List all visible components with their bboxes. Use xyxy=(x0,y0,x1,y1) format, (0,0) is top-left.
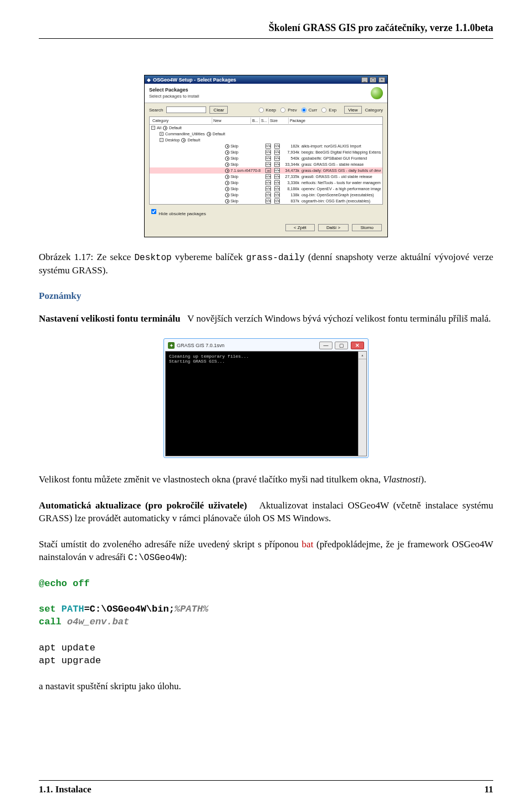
cycle-icon[interactable] xyxy=(225,150,229,155)
code-block: @echo off set PATH=C:\OSGeo4W\bin;%PATH%… xyxy=(39,578,493,629)
src-checkbox[interactable]: n/a xyxy=(274,150,280,155)
cycle-icon[interactable] xyxy=(225,199,229,203)
radio-keep[interactable]: Keep xyxy=(258,106,277,114)
src-checkbox[interactable]: n/a xyxy=(274,168,280,173)
package-row[interactable]: Skipn/an/a3,336knettools: NetTools - too… xyxy=(150,180,382,186)
tree-toggle-icon[interactable]: − xyxy=(160,138,163,142)
cycle-icon[interactable] xyxy=(225,181,229,185)
footer-section: 1.1. Instalace xyxy=(39,784,91,795)
radio-prev[interactable]: Prev xyxy=(279,106,296,114)
minimize-icon[interactable]: _ xyxy=(361,77,368,83)
col-s[interactable]: S... xyxy=(260,118,269,124)
bat-link[interactable]: bat xyxy=(302,539,314,549)
col-category[interactable]: Category xyxy=(151,118,212,124)
src-checkbox[interactable]: n/a xyxy=(274,174,280,179)
package-row[interactable]: 7.1.svn-r64770-8⊠n/a34,473kgrass-daily: … xyxy=(150,167,382,174)
search-label: Search xyxy=(149,108,163,113)
cat-desktop[interactable]: − Desktop Default xyxy=(150,137,382,143)
notes-heading: Poznámky xyxy=(39,291,493,302)
para-auto-update: Automatická aktualizace (pro pokročilé u… xyxy=(39,500,493,525)
package-row[interactable]: Skipn/an/a182kalkis-import: norGIS ALKIS… xyxy=(150,143,382,149)
package-row[interactable]: Skipn/an/a33,344kgrass: GRASS GIS - stab… xyxy=(150,161,382,167)
tree-toggle-icon[interactable]: + xyxy=(160,132,163,136)
bin-checkbox[interactable]: n/a xyxy=(265,186,271,191)
terminal-line: Cleaning up temporary files... xyxy=(169,354,363,359)
src-checkbox[interactable]: n/a xyxy=(274,162,280,167)
src-checkbox[interactable]: n/a xyxy=(274,192,280,197)
cancel-button[interactable]: Storno xyxy=(352,224,382,231)
scrollbar[interactable]: ▴ xyxy=(358,352,366,456)
col-new[interactable]: New xyxy=(212,118,251,124)
back-button[interactable]: < Zpět xyxy=(285,224,315,231)
bin-checkbox[interactable]: ⊠ xyxy=(265,168,271,173)
col-b[interactable]: B... xyxy=(251,118,260,124)
package-row[interactable]: Skipn/an/a540kgpsbabelfe: GPSBabel GUI F… xyxy=(150,155,382,161)
package-row[interactable]: Skipn/an/a138kosg-bin: OpenSceneGraph (e… xyxy=(150,192,382,198)
footer-page: 11 xyxy=(484,784,493,795)
next-button[interactable]: Další > xyxy=(318,224,349,231)
maximize-icon[interactable]: ▢ xyxy=(370,77,376,83)
para-schedule: a nastavit spuštění skriptu jako úlohu. xyxy=(39,680,493,693)
grass-icon: ✦ xyxy=(168,342,175,349)
col-package[interactable]: Package xyxy=(289,118,381,124)
terminal-title: GRASS GIS 7.0.1svn xyxy=(177,343,318,348)
maximize-icon[interactable]: ▢ xyxy=(335,342,348,349)
installer-icon: ◆ xyxy=(147,77,151,83)
clear-button[interactable]: Clear xyxy=(209,106,228,114)
bin-checkbox[interactable]: n/a xyxy=(265,192,271,197)
hide-obsolete[interactable]: Hide obsolete packages xyxy=(145,205,387,220)
search-input[interactable] xyxy=(166,106,206,113)
src-checkbox[interactable]: n/a xyxy=(274,144,280,149)
package-row[interactable]: Skipn/an/a27,335kgrass6: GRASS GIS - old… xyxy=(150,174,382,180)
bin-checkbox[interactable]: n/a xyxy=(265,174,271,179)
radio-exp[interactable]: Exp xyxy=(320,106,336,114)
globe-icon xyxy=(371,87,383,99)
src-checkbox[interactable]: n/a xyxy=(274,156,280,161)
view-value: Category xyxy=(365,108,383,113)
bin-checkbox[interactable]: n/a xyxy=(265,150,271,155)
terminal-line: Starting GRASS GIS... xyxy=(169,359,363,364)
package-row[interactable]: Skipn/an/a7,934kbeegis: BeeGIS Digital F… xyxy=(150,149,382,155)
cycle-icon[interactable] xyxy=(225,144,229,149)
bin-checkbox[interactable]: n/a xyxy=(265,180,271,185)
src-checkbox[interactable]: n/a xyxy=(274,199,280,203)
src-checkbox[interactable]: n/a xyxy=(274,180,280,185)
cycle-icon[interactable] xyxy=(225,156,229,161)
installer-title: OSGeo4W Setup - Select Packages xyxy=(153,77,361,83)
para-script-intro: Stačí umístit do zvoleného adresáře níže… xyxy=(39,538,493,564)
minimize-icon[interactable]: — xyxy=(319,342,332,349)
installer-toolbar: Search Clear Keep Prev Curr Exp View Cat… xyxy=(145,103,387,116)
running-header: Školení GRASS GIS pro začátečníky, verze… xyxy=(39,22,493,39)
cat-all[interactable]: − All Default xyxy=(150,125,382,131)
cat-cmdline[interactable]: + Commandline_Utilities Default xyxy=(150,131,382,137)
scroll-up-icon[interactable]: ▴ xyxy=(359,352,366,359)
cycle-icon[interactable] xyxy=(225,169,229,173)
cycle-icon[interactable] xyxy=(225,193,229,197)
close-icon[interactable]: ✕ xyxy=(351,342,364,349)
cycle-icon[interactable] xyxy=(207,132,211,136)
view-button[interactable]: View xyxy=(344,106,361,114)
bin-checkbox[interactable]: n/a xyxy=(265,156,271,161)
installer-titlebar: ◆ OSGeo4W Setup - Select Packages _ ▢ × xyxy=(145,75,387,84)
bin-checkbox[interactable]: n/a xyxy=(265,162,271,167)
close-icon[interactable]: × xyxy=(378,77,385,83)
package-row[interactable]: Skipn/an/a8,186kopenev: OpenEV - a high … xyxy=(150,186,382,192)
package-row[interactable]: Skipn/an/a837kosgearth-bin: OSG Earth (e… xyxy=(150,198,382,204)
bin-checkbox[interactable]: n/a xyxy=(265,199,271,203)
tree-toggle-icon[interactable]: − xyxy=(151,126,155,130)
col-size[interactable]: Size xyxy=(269,118,289,124)
terminal-window: ✦ GRASS GIS 7.0.1svn — ▢ ✕ Cleaning up t… xyxy=(163,338,369,458)
cycle-icon[interactable] xyxy=(225,175,229,179)
note-font-size: Nastavení velikosti fontu terminálu V no… xyxy=(39,313,493,325)
cycle-icon[interactable] xyxy=(225,187,229,191)
radio-curr[interactable]: Curr xyxy=(300,106,318,114)
cycle-icon[interactable] xyxy=(163,126,167,130)
cycle-icon[interactable] xyxy=(181,138,186,143)
bin-checkbox[interactable]: n/a xyxy=(265,144,271,149)
installer-window: ◆ OSGeo4W Setup - Select Packages _ ▢ × … xyxy=(144,75,388,237)
terminal-titlebar: ✦ GRASS GIS 7.0.1svn — ▢ ✕ xyxy=(165,340,367,351)
cycle-icon[interactable] xyxy=(225,162,229,167)
code-block-2: apt update apt upgrade xyxy=(39,642,493,668)
installer-head-sub: Select packages to install xyxy=(149,94,371,99)
src-checkbox[interactable]: n/a xyxy=(274,186,280,191)
